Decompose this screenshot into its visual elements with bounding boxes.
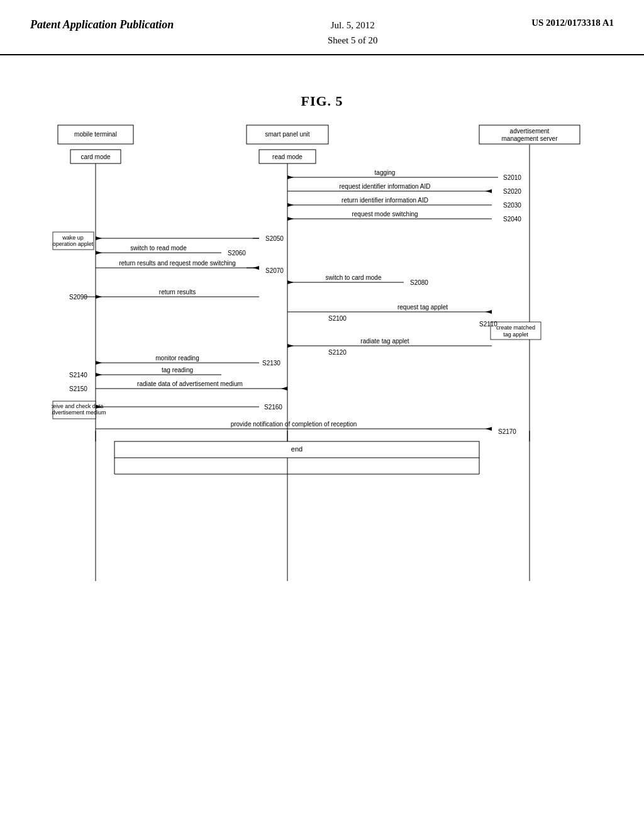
svg-text:S2170: S2170 (498, 428, 516, 435)
svg-marker-15 (287, 175, 294, 179)
svg-text:end: end (291, 445, 303, 453)
svg-marker-83 (486, 427, 492, 431)
svg-text:management server: management server (502, 135, 558, 142)
svg-text:tag applet: tag applet (503, 331, 528, 338)
svg-text:advertisement: advertisement (510, 128, 550, 135)
svg-text:S2080: S2080 (410, 279, 428, 286)
svg-text:return results: return results (159, 289, 196, 296)
svg-text:S2150: S2150 (69, 385, 87, 392)
svg-text:S2130: S2130 (262, 360, 280, 367)
svg-marker-69 (96, 373, 102, 377)
svg-text:mobile terminal: mobile terminal (74, 131, 117, 138)
svg-text:S2050: S2050 (265, 235, 284, 242)
svg-text:operation applet: operation applet (53, 241, 94, 247)
svg-text:S2140: S2140 (69, 372, 87, 379)
svg-marker-73 (281, 387, 287, 390)
svg-text:request tag applet: request tag applet (397, 304, 448, 311)
svg-text:provide notification of comple: provide notification of completion of re… (231, 421, 357, 428)
svg-text:S2120: S2120 (328, 349, 347, 356)
svg-text:S2160: S2160 (264, 404, 282, 411)
svg-marker-37 (96, 251, 102, 255)
svg-text:request identifier information: request identifier information AID (339, 183, 430, 190)
svg-text:S2110: S2110 (479, 321, 497, 328)
svg-text:of advertisement medium: of advertisement medium (52, 409, 106, 416)
svg-text:create matched: create matched (496, 324, 535, 331)
publication-date: Jul. 5, 2012 (331, 20, 375, 30)
svg-marker-65 (96, 361, 102, 365)
svg-text:wake up: wake up (62, 235, 84, 241)
svg-text:S2030: S2030 (503, 202, 521, 209)
svg-text:switch to read mode: switch to read mode (130, 245, 187, 252)
svg-text:S2100: S2100 (328, 315, 347, 322)
svg-text:S2070: S2070 (265, 267, 284, 274)
svg-text:return results and request mod: return results and request mode switchin… (119, 260, 236, 267)
page-header: Patent Application Publication Jul. 5, 2… (0, 0, 644, 55)
publication-label: Patent Application Publication (30, 18, 174, 32)
svg-marker-49 (96, 295, 102, 299)
figure-title: FIG. 5 (0, 93, 644, 109)
date-sheet-info: Jul. 5, 2012 Sheet 5 of 20 (328, 18, 378, 48)
svg-marker-45 (287, 280, 294, 284)
svg-text:S2040: S2040 (503, 216, 521, 223)
svg-text:S2010: S2010 (503, 174, 521, 181)
svg-text:radiate data of advertisement : radiate data of advertisement medium (137, 380, 243, 387)
sheet-info: Sheet 5 of 20 (328, 35, 378, 45)
svg-text:receive and check data: receive and check data (52, 403, 103, 409)
svg-text:read mode: read mode (272, 153, 303, 160)
svg-text:S2060: S2060 (228, 250, 246, 257)
svg-text:switch to card mode: switch to card mode (326, 274, 382, 281)
svg-marker-19 (486, 189, 492, 193)
svg-text:monitor reading: monitor reading (155, 355, 199, 362)
svg-text:card mode: card mode (80, 153, 111, 160)
svg-text:smart panel unit: smart panel unit (265, 131, 309, 138)
svg-marker-53 (486, 310, 492, 314)
svg-marker-31 (96, 236, 102, 240)
svg-marker-61 (287, 344, 294, 348)
svg-text:radiate tag applet: radiate tag applet (360, 338, 409, 345)
patent-number: US 2012/0173318 A1 (531, 18, 614, 28)
diagram: mobile terminal smart panel unit adverti… (52, 122, 592, 612)
svg-marker-23 (287, 203, 294, 207)
svg-text:tag reading: tag reading (162, 367, 193, 374)
svg-text:return identifier information : return identifier information AID (341, 197, 428, 204)
svg-text:tagging: tagging (375, 169, 396, 176)
svg-marker-27 (287, 217, 294, 221)
svg-text:S2020: S2020 (503, 188, 521, 195)
diagram-svg: mobile terminal smart panel unit adverti… (52, 122, 592, 612)
svg-text:request mode switching: request mode switching (352, 211, 418, 218)
